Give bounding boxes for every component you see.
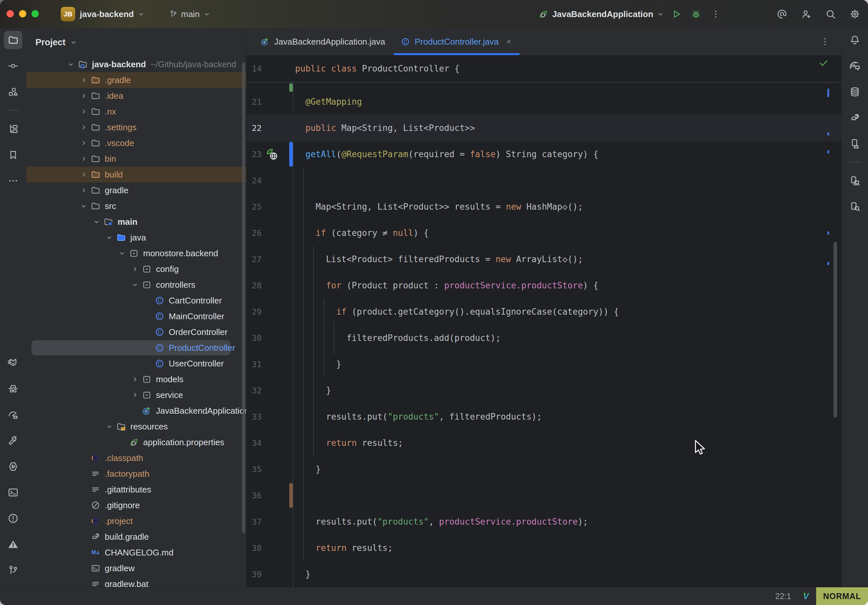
tab-ProductController.java[interactable]: CProductController.java [393, 28, 520, 55]
close-window-button[interactable] [6, 10, 14, 17]
code-line-25[interactable]: 25Map<String, List<Product>> results = n… [246, 193, 842, 220]
code-line-34[interactable]: 34return results; [246, 430, 842, 456]
more-run-actions-button[interactable] [708, 6, 724, 22]
chevron-right-icon[interactable] [79, 138, 89, 148]
tree-item-service[interactable]: service [26, 387, 246, 403]
code-line-22[interactable]: 22public Map<String, List<Product>> [246, 115, 842, 141]
toolbar-hierarchy-icon[interactable] [4, 120, 22, 138]
project-panel-header[interactable]: Project [26, 28, 246, 56]
toolbar-database-icon[interactable] [846, 83, 864, 101]
toolbar-ai-cat-icon[interactable] [4, 354, 22, 372]
line-number[interactable]: 33 [246, 404, 262, 430]
chevron-down-icon[interactable] [117, 248, 127, 258]
tree-item-MainController[interactable]: CMainController [26, 308, 246, 324]
tree-item-monostore.backend[interactable]: monostore.backend [26, 245, 246, 261]
line-number[interactable]: 38 [246, 535, 262, 561]
code-line-33[interactable]: 33results.put("products", filteredProduc… [246, 404, 842, 430]
chevron-down-icon[interactable] [91, 217, 102, 227]
chevron-down-icon[interactable] [104, 421, 115, 432]
line-number[interactable]: 26 [246, 220, 262, 246]
zoom-window-button[interactable] [31, 10, 39, 17]
toolbar-device-laptop-icon[interactable] [846, 172, 864, 190]
tree-item-UserController[interactable]: CUserController [26, 356, 246, 371]
tree-item-.gitignore[interactable]: .gitignore [26, 497, 246, 513]
tree-item-java-backend[interactable]: java-backend~/Github/java-backend [26, 56, 246, 72]
code-line-39[interactable]: 39} [246, 561, 842, 587]
toolbar-warning-icon[interactable] [4, 535, 22, 554]
line-number[interactable]: 25 [246, 193, 262, 220]
line-number[interactable]: 14 [246, 55, 262, 82]
tree-item-.nx[interactable]: .nx [26, 104, 246, 119]
editor-scrollbar[interactable] [834, 242, 837, 418]
tree-item-gradlew.bat[interactable]: gradlew.bat [26, 576, 246, 587]
line-number[interactable]: 34 [246, 430, 262, 456]
caret-position[interactable]: 22:1 [775, 591, 791, 601]
tree-item-java[interactable]: java [26, 230, 246, 245]
minimize-window-button[interactable] [19, 10, 26, 17]
toolbar-bookmarks-icon[interactable] [4, 145, 22, 164]
code-line-23[interactable]: 23getAll(@RequestParam(required = false)… [246, 141, 842, 167]
code-line-28[interactable]: 28for (Product product : productService.… [246, 272, 842, 299]
chevron-down-icon[interactable] [66, 59, 76, 70]
line-number[interactable]: 29 [246, 299, 262, 325]
toolbar-commit-icon[interactable] [4, 57, 22, 75]
chevron-right-icon[interactable] [130, 374, 140, 385]
code-line-32[interactable]: 32} [246, 377, 842, 404]
sticky-line[interactable]: 14 public class ProductController { [246, 55, 842, 83]
tab-options-kebab-icon[interactable] [817, 34, 833, 50]
tree-item-OrderController[interactable]: COrderController [26, 324, 246, 340]
toolbar-project-tool-icon[interactable] [4, 31, 22, 49]
line-number[interactable]: 35 [246, 456, 262, 482]
code-line-38[interactable]: 38return results; [246, 535, 842, 561]
debug-button[interactable] [688, 6, 704, 22]
tree-item-CHANGELOG.md[interactable]: MCHANGELOG.md [26, 545, 246, 560]
tree-item-gradle[interactable]: gradle [26, 183, 246, 198]
tree-item-build.gradle[interactable]: build.gradle [26, 529, 246, 545]
run-configuration-widget[interactable]: JavaBackendApplication [552, 9, 665, 19]
code-line-36[interactable]: 36 [246, 482, 842, 509]
tree-item-.settings[interactable]: .settings [26, 119, 246, 135]
chevron-down-icon[interactable] [104, 232, 115, 243]
tree-item-.vscode[interactable]: .vscode [26, 135, 246, 151]
line-number[interactable]: 32 [246, 377, 262, 404]
chevron-right-icon[interactable] [79, 185, 89, 195]
vcs-widget[interactable]: main [169, 9, 211, 19]
chevron-right-icon[interactable] [79, 75, 89, 85]
tree-item-gradlew[interactable]: gradlew [26, 560, 246, 576]
tree-item-.gitattributes[interactable]: .gitattributes [26, 482, 246, 497]
ideavim-icon[interactable]: V [803, 591, 809, 601]
toolbar-device-android-icon[interactable] [846, 135, 864, 153]
toolbar-git-branch-icon[interactable] [4, 561, 22, 579]
code-line-35[interactable]: 35} [246, 456, 842, 482]
tree-item-resources[interactable]: resources [26, 419, 246, 435]
code-line-26[interactable]: 26if (category ≠ null) { [246, 220, 842, 246]
tree-item-main[interactable]: main [26, 214, 246, 230]
search-icon[interactable] [823, 6, 839, 22]
toolbar-terminal-icon[interactable] [4, 483, 22, 502]
tree-item-src[interactable]: src [26, 198, 246, 214]
tree-item-application.properties[interactable]: application.properties [26, 435, 246, 450]
toolbar-notifications-bell-icon[interactable] [846, 31, 864, 49]
code-line-21[interactable]: 21@GetMapping [246, 88, 842, 115]
ai-swirl-icon[interactable] [774, 6, 790, 22]
line-number[interactable]: 28 [246, 272, 262, 299]
close-tab-icon[interactable] [505, 38, 513, 45]
request-mapping-icon[interactable] [266, 148, 279, 161]
line-number[interactable]: 31 [246, 351, 262, 377]
project-avatar[interactable]: JB [61, 7, 75, 21]
project-tree-scrollbar[interactable] [242, 62, 245, 534]
tree-item-controllers[interactable]: controllers [26, 277, 246, 292]
toolbar-services-icon[interactable] [4, 457, 22, 476]
tree-item-.idea[interactable]: .idea [26, 88, 246, 104]
toolbar-gradle-elephant-icon[interactable] [846, 108, 864, 127]
code-line-31[interactable]: 31} [246, 351, 842, 377]
project-widget[interactable]: java-backend [80, 9, 145, 19]
code-line-37[interactable]: 37results.put("products", productService… [246, 509, 842, 535]
add-user-icon[interactable] [798, 6, 814, 22]
line-number[interactable]: 22 [246, 115, 262, 141]
tree-item-build[interactable]: build [26, 167, 246, 183]
tree-item-.factorypath[interactable]: .factorypath [26, 466, 246, 482]
toolbar-more-horizontal-icon[interactable] [4, 172, 22, 190]
tree-item-.classpath[interactable]: .classpath [26, 450, 246, 466]
code-line-30[interactable]: 30filteredProducts.add(product); [246, 325, 842, 351]
